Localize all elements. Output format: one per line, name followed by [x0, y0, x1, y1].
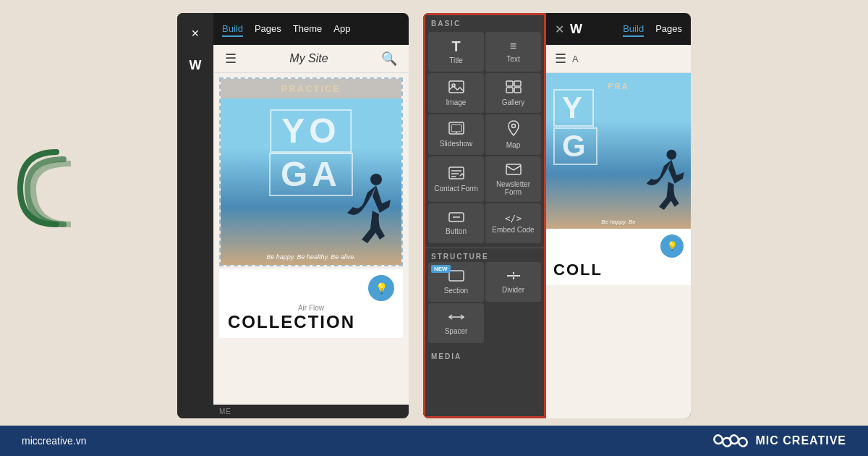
- svg-rect-3: [506, 81, 513, 86]
- right-site-title-bar: ☰ A: [546, 45, 691, 73]
- newsletter-form-icon: [506, 162, 522, 177]
- svg-rect-15: [506, 164, 521, 174]
- right-yoga-y: Y: [562, 93, 585, 123]
- element-divider[interactable]: Divider: [485, 262, 541, 302]
- svg-rect-4: [514, 81, 521, 86]
- right-main-content: ✕ W Build Pages ☰ A PRA: [546, 13, 691, 418]
- newsletter-form-label: Newsletter Form: [488, 180, 538, 196]
- map-label: Map: [506, 141, 520, 149]
- section-label: Section: [444, 287, 468, 295]
- green-arch-decoration: [13, 145, 71, 232]
- tab-pages-left[interactable]: Pages: [255, 22, 281, 37]
- svg-rect-6: [514, 88, 521, 93]
- svg-rect-5: [506, 88, 513, 93]
- divider-icon: [506, 270, 522, 283]
- spacer-icon: [448, 311, 464, 324]
- element-spacer[interactable]: Spacer: [428, 303, 484, 343]
- slideshow-label: Slideshow: [440, 140, 473, 148]
- footer-brand: MIC CREATIVE: [712, 431, 846, 451]
- tab-build-right[interactable]: Build: [623, 22, 644, 37]
- left-sidebar: ✕ W: [177, 13, 213, 418]
- element-text[interactable]: ≡ Text: [485, 32, 541, 72]
- section-icon: [448, 270, 464, 284]
- tab-app-left[interactable]: App: [333, 22, 350, 37]
- left-bottom-label: ME: [213, 405, 409, 418]
- close-button-right[interactable]: ✕: [555, 22, 564, 36]
- tab-pages-right[interactable]: Pages: [655, 22, 682, 37]
- main-container: ✕ W Build Pages Theme App ☰ My Site 🔍: [0, 0, 868, 456]
- element-image[interactable]: Image: [428, 73, 484, 113]
- right-yoga-preview: PRA Y G: [546, 73, 691, 229]
- divider-label: Divider: [502, 286, 524, 294]
- contact-form-icon: [448, 166, 464, 182]
- basic-section: BASIC T Title ≡ Text: [425, 15, 544, 248]
- left-content-wrapper: PRACTICE YO GA: [213, 73, 409, 405]
- element-newsletter-form[interactable]: Newsletter Form: [485, 156, 541, 202]
- structure-element-grid: NEW Section Divider: [425, 262, 544, 345]
- right-topbar-tabs: Build Pages: [623, 22, 682, 37]
- element-contact-form[interactable]: Contact Form: [428, 156, 484, 202]
- right-yoga-g: G: [562, 131, 589, 161]
- element-embed-code[interactable]: </> Embed Code: [485, 203, 541, 243]
- collection-section: 💡 Air Flow COLLECTION: [219, 269, 403, 338]
- yoga-tagline: Be happy. Be healthy. Be alive.: [221, 253, 401, 261]
- practice-label: PRACTICE: [221, 79, 401, 98]
- topbar-tabs: Build Pages Theme App: [222, 22, 350, 37]
- element-map[interactable]: Map: [485, 114, 541, 155]
- right-preview-content: PRA Y G: [546, 73, 691, 418]
- embed-code-label: Embed Code: [492, 226, 534, 234]
- weebly-logo-right: W: [570, 22, 582, 37]
- text-icon: ≡: [510, 41, 516, 52]
- embed-code-icon: </>: [505, 214, 522, 223]
- button-label: Button: [446, 227, 467, 235]
- close-button[interactable]: ✕: [182, 20, 208, 46]
- basic-section-label: BASIC: [425, 15, 544, 30]
- svg-rect-8: [451, 124, 461, 132]
- collection-title: COLLECTION: [228, 312, 394, 332]
- site-title: My Site: [289, 52, 328, 65]
- left-panel: ✕ W Build Pages Theme App ☰ My Site 🔍: [177, 13, 409, 418]
- mic-creative-logo-icon: [712, 431, 749, 451]
- hamburger-right[interactable]: ☰: [555, 51, 566, 67]
- svg-point-23: [666, 150, 676, 160]
- element-panel: BASIC T Title ≡ Text: [423, 13, 546, 418]
- right-site-partial-title: A: [572, 54, 579, 64]
- element-button[interactable]: Button: [428, 203, 484, 243]
- hamburger-menu[interactable]: ☰: [225, 51, 237, 67]
- svg-point-10: [511, 124, 515, 128]
- title-label: Title: [449, 56, 463, 64]
- search-button[interactable]: 🔍: [381, 51, 397, 67]
- element-section[interactable]: NEW Section: [428, 262, 484, 302]
- yoga-text2: GA: [281, 157, 341, 192]
- footer: miccreative.vn MIC CREATIVE: [0, 426, 868, 456]
- content-area: ✕ W Build Pages Theme App ☰ My Site 🔍: [0, 0, 868, 426]
- slideshow-icon: [448, 122, 464, 137]
- element-title[interactable]: T Title: [428, 32, 484, 72]
- tab-theme-left[interactable]: Theme: [293, 22, 322, 37]
- right-panel: BASIC T Title ≡ Text: [423, 13, 691, 418]
- text-label: Text: [506, 55, 519, 63]
- yoga-text: YO: [281, 114, 340, 148]
- right-collection-title: COLL: [553, 261, 684, 279]
- weebly-logo-left: W: [182, 52, 208, 78]
- tab-build-left[interactable]: Build: [222, 22, 243, 37]
- element-slideshow[interactable]: Slideshow: [428, 114, 484, 155]
- media-section-label: MEDIA: [431, 352, 461, 360]
- image-icon: [448, 80, 464, 96]
- spacer-label: Spacer: [445, 327, 468, 335]
- gallery-label: Gallery: [502, 98, 525, 106]
- left-main-content: Build Pages Theme App ☰ My Site 🔍 PRACTI…: [213, 13, 409, 418]
- title-icon: T: [451, 39, 460, 54]
- svg-point-9: [456, 132, 457, 133]
- footer-url: miccreative.vn: [22, 435, 86, 447]
- element-gallery[interactable]: Gallery: [485, 73, 541, 113]
- yoga-silhouette: [340, 171, 394, 250]
- structure-section-label: STRUCTURE: [431, 253, 489, 261]
- svg-rect-1: [449, 81, 464, 93]
- right-tagline: Be happy. Be: [546, 219, 691, 225]
- site-title-bar: ☰ My Site 🔍: [213, 45, 409, 73]
- right-collection-section: 💡 COLL: [546, 229, 691, 285]
- collection-icon: 💡: [368, 275, 394, 301]
- contact-form-label: Contact Form: [434, 185, 478, 193]
- right-topbar: ✕ W Build Pages: [546, 13, 691, 45]
